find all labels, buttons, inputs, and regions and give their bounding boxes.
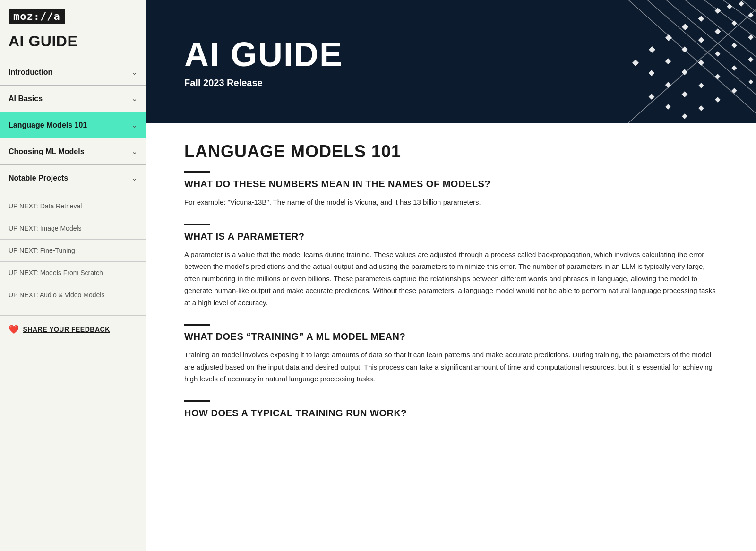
svg-rect-18: [748, 12, 753, 17]
up-next-label: UP NEXT: Fine-Tuning: [9, 247, 75, 254]
svg-rect-37: [698, 105, 704, 111]
page-heading: LANGUAGE MODELS 101: [184, 142, 718, 162]
svg-rect-17: [731, 20, 737, 26]
main-content: AI GUIDE Fall 2023 Release: [146, 0, 756, 551]
svg-rect-29: [682, 91, 688, 97]
up-next-item-fine-tuning[interactable]: UP NEXT: Fine-Tuning: [0, 239, 146, 261]
svg-line-6: [742, 0, 756, 12]
sidebar-title: AI GUIDE: [0, 29, 146, 59]
section-training: WHAT DOES “TRAINING” A ML MODEL MEAN?Tra…: [184, 324, 718, 385]
section-divider: [184, 324, 210, 326]
svg-rect-38: [715, 97, 720, 102]
sidebar-item-notable-projects[interactable]: Notable Projects ⌄: [0, 164, 146, 191]
svg-rect-24: [731, 43, 737, 48]
nav-item-label: Choosing ML Models: [9, 147, 85, 156]
section-heading: WHAT IS A PARAMETER?: [184, 231, 718, 242]
sidebar-item-choosing-ml-models[interactable]: Choosing ML Models ⌄: [0, 138, 146, 165]
section-body: For example: "Vicuna-13B". The name of t…: [184, 196, 718, 208]
nav-item-label: AI Basics: [9, 95, 43, 103]
hero-banner: AI GUIDE Fall 2023 Release: [146, 0, 756, 123]
up-next-item-image-models[interactable]: UP NEXT: Image Models: [0, 217, 146, 239]
svg-rect-35: [665, 104, 670, 109]
svg-rect-33: [748, 57, 753, 62]
chevron-down-icon: ⌄: [131, 121, 137, 129]
up-next-label: UP NEXT: Models From Scratch: [9, 269, 103, 276]
up-next-item-data-retrieval[interactable]: UP NEXT: Data Retrieval: [0, 195, 146, 217]
section-heading: HOW DOES A TYPICAL TRAINING RUN WORK?: [184, 408, 718, 419]
nav-item-label: Language Models 101: [9, 121, 87, 129]
sidebar-item-language-models-101[interactable]: Language Models 101 ⌄: [0, 112, 146, 138]
section-parameter: WHAT IS A PARAMETER?A parameter is a val…: [184, 224, 718, 309]
svg-rect-32: [731, 65, 737, 70]
nav-item-label: Notable Projects: [9, 174, 68, 182]
sidebar-item-ai-basics[interactable]: AI Basics ⌄: [0, 85, 146, 112]
section-numbers-meaning: WHAT DO THESE NUMBERS MEAN IN THE NAMES …: [184, 171, 718, 208]
up-next-label: UP NEXT: Image Models: [9, 224, 82, 232]
chevron-down-icon: ⌄: [131, 173, 137, 182]
hero-subtitle: Fall 2023 Release: [184, 77, 718, 88]
heart-icon: ❤️: [9, 324, 19, 335]
up-next-section: UP NEXT: Data RetrievalUP NEXT: Image Mo…: [0, 195, 146, 306]
feedback-section: ❤️ SHARE YOUR FEEDBACK: [0, 315, 146, 343]
svg-rect-11: [727, 4, 732, 9]
hero-title: AI GUIDE: [184, 35, 718, 74]
chevron-down-icon: ⌄: [131, 147, 137, 156]
section-divider: [184, 400, 210, 402]
nav-item-label: Introduction: [9, 68, 52, 77]
svg-rect-12: [739, 1, 744, 6]
section-heading: WHAT DO THESE NUMBERS MEAN IN THE NAMES …: [184, 179, 718, 189]
sidebar-item-introduction[interactable]: Introduction ⌄: [0, 59, 146, 86]
svg-rect-9: [698, 16, 704, 22]
section-heading: WHAT DOES “TRAINING” A ML MODEL MEAN?: [184, 331, 718, 342]
svg-rect-36: [682, 113, 687, 119]
svg-rect-34: [649, 94, 655, 100]
mozilla-logo: moz://a: [9, 9, 65, 24]
logo-area: moz://a: [0, 0, 146, 29]
svg-rect-40: [748, 79, 753, 84]
sidebar-nav: Introduction ⌄ AI Basics ⌄ Language Mode…: [0, 59, 146, 191]
up-next-label: UP NEXT: Audio & Video Models: [9, 291, 104, 299]
chevron-down-icon: ⌄: [131, 68, 137, 77]
sidebar: moz://a AI GUIDE Introduction ⌄ AI Basic…: [0, 0, 146, 551]
up-next-item-audio-video-models[interactable]: UP NEXT: Audio & Video Models: [0, 284, 146, 306]
feedback-label: SHARE YOUR FEEDBACK: [23, 326, 110, 333]
section-divider: [184, 224, 210, 225]
svg-rect-16: [715, 28, 721, 34]
feedback-link[interactable]: ❤️ SHARE YOUR FEEDBACK: [9, 324, 137, 335]
sections-container: WHAT DO THESE NUMBERS MEAN IN THE NAMES …: [184, 171, 718, 419]
svg-rect-8: [682, 24, 688, 30]
chevron-down-icon: ⌄: [131, 94, 137, 103]
section-typical-training: HOW DOES A TYPICAL TRAINING RUN WORK?: [184, 400, 718, 419]
content-area: LANGUAGE MODELS 101 WHAT DO THESE NUMBER…: [146, 123, 756, 551]
section-body: Training an model involves exposing it t…: [184, 349, 718, 385]
up-next-label: UP NEXT: Data Retrieval: [9, 202, 82, 210]
up-next-item-models-from-scratch[interactable]: UP NEXT: Models From Scratch: [0, 261, 146, 284]
section-body: A parameter is a value that the model le…: [184, 249, 718, 309]
section-divider: [184, 171, 210, 173]
